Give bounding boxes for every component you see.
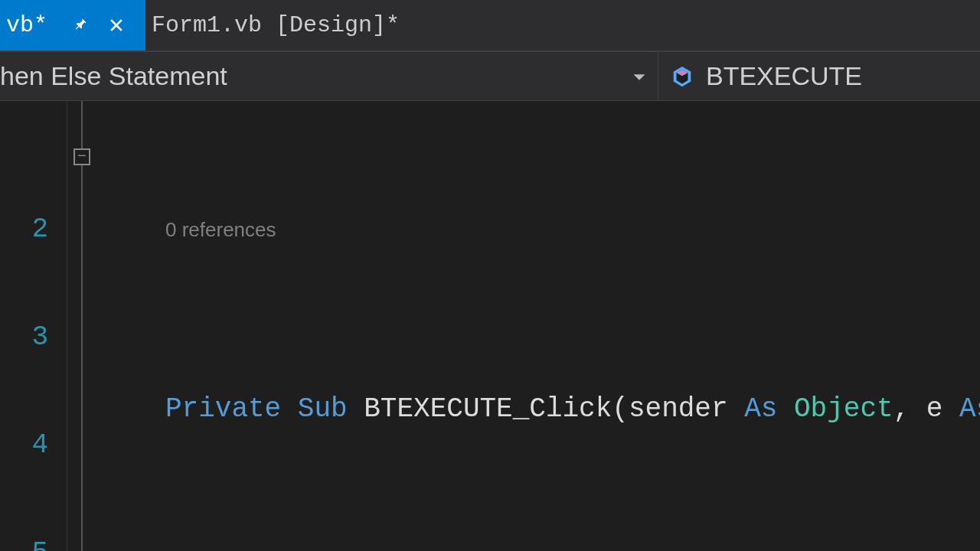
line-number: 3 <box>0 319 48 355</box>
code-editor[interactable]: 2 3 4 5 6 7 8 9 10 11 12 − 0 references … <box>0 101 980 551</box>
tab-label: Form1.vb [Design]* <box>152 12 413 38</box>
line-number-gutter: 2 3 4 5 6 7 8 9 10 11 12 <box>0 101 67 551</box>
chevron-down-icon <box>632 61 647 91</box>
fold-guide <box>81 101 83 551</box>
line-number: 2 <box>0 211 48 247</box>
tab-bar: vb* Form1.vb [Design]* <box>0 0 980 52</box>
scope-label: hen Else Statement <box>0 61 227 91</box>
scope-dropdown[interactable]: hen Else Statement <box>0 52 658 100</box>
close-icon[interactable] <box>101 10 132 41</box>
line-number: 5 <box>0 535 48 551</box>
method-icon <box>669 64 695 90</box>
tab-design-file[interactable]: Form1.vb [Design]* <box>145 0 427 51</box>
pin-icon[interactable] <box>66 10 96 41</box>
tab-active-file[interactable]: vb* <box>0 0 145 51</box>
member-dropdown[interactable]: BTEXECUTE <box>658 52 980 100</box>
outline-margin: − <box>67 101 101 551</box>
code-area[interactable]: 0 references Private Sub BTEXECUTE_Click… <box>101 101 980 551</box>
code-navigation-bar: hen Else Statement BTEXECUTE <box>0 52 980 101</box>
member-label: BTEXECUTE <box>706 61 862 91</box>
code-line[interactable]: Private Sub BTEXECUTE_Click(sender As Ob… <box>101 391 980 427</box>
fold-toggle-icon[interactable]: − <box>74 148 90 165</box>
line-number: 4 <box>0 427 48 463</box>
tab-label: vb* <box>6 12 61 38</box>
codelens-references[interactable]: 0 references <box>101 212 980 247</box>
